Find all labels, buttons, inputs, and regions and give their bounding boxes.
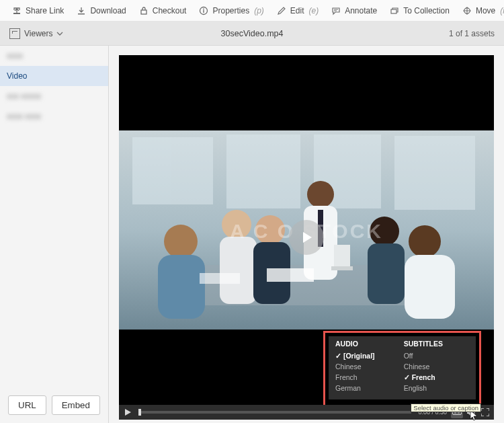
svg-rect-4 bbox=[391, 9, 396, 13]
cc-menu: AUDIO SUBTITLES [Original]OffChineseChin… bbox=[329, 336, 476, 399]
svg-rect-7 bbox=[226, 134, 300, 208]
lock-icon bbox=[138, 5, 149, 16]
svg-point-17 bbox=[307, 181, 334, 208]
embed-button[interactable]: Embed bbox=[52, 395, 100, 415]
play-button[interactable] bbox=[122, 406, 134, 418]
subtitle-option[interactable]: Off bbox=[404, 350, 472, 361]
checkout-label: Checkout bbox=[153, 6, 187, 15]
sidebar: xxxxVideoxxx xxxxxxxxx xxxx URL Embed bbox=[0, 46, 109, 423]
to-collection-button[interactable]: To Collection bbox=[383, 2, 456, 20]
edit-label: Edit bbox=[290, 6, 304, 15]
audio-option[interactable]: French bbox=[335, 372, 404, 383]
stage: A C O STOCK AUDIO SUBTITLES [Original]Of… bbox=[109, 46, 504, 423]
viewers-label: Viewers bbox=[24, 29, 52, 38]
to-collection-label: To Collection bbox=[403, 6, 450, 15]
audio-option[interactable]: Chinese bbox=[335, 361, 404, 372]
subtitles-header: SUBTITLES bbox=[404, 340, 472, 350]
svg-rect-23 bbox=[405, 255, 455, 319]
seek-bar[interactable] bbox=[138, 411, 411, 414]
svg-rect-26 bbox=[267, 268, 314, 282]
svg-rect-3 bbox=[204, 10, 204, 13]
annotate-label: Annotate bbox=[345, 6, 377, 15]
svg-rect-27 bbox=[200, 273, 240, 284]
sidebar-item[interactable]: Video bbox=[0, 66, 108, 86]
sidebar-item-label: Video bbox=[7, 71, 27, 81]
viewer-bar: Viewers 30secVideo.mp4 1 of 1 assets bbox=[0, 22, 504, 46]
move-hint: (m) bbox=[500, 6, 504, 15]
viewers-icon bbox=[9, 28, 20, 39]
page-title: 30secVideo.mp4 bbox=[221, 29, 284, 38]
url-button[interactable]: URL bbox=[8, 395, 46, 415]
asset-count: 1 of 1 assets bbox=[449, 29, 495, 38]
download-label: Download bbox=[90, 6, 126, 15]
svg-point-11 bbox=[164, 225, 198, 258]
svg-point-2 bbox=[204, 8, 205, 9]
subtitle-option[interactable]: English bbox=[404, 383, 472, 393]
share-link-button[interactable]: Share Link bbox=[5, 2, 70, 20]
svg-rect-21 bbox=[368, 243, 405, 304]
annotate-button[interactable]: Annotate bbox=[325, 2, 383, 20]
sidebar-item[interactable]: xxxx xxxx bbox=[0, 106, 108, 126]
svg-point-22 bbox=[409, 225, 441, 258]
play-overlay-button[interactable] bbox=[289, 220, 324, 255]
chevron-down-icon bbox=[56, 30, 63, 37]
comment-icon bbox=[331, 5, 341, 16]
sidebar-item-label: xxxx xxxx bbox=[7, 112, 41, 121]
sidebar-item[interactable]: xxx xxxxx bbox=[0, 86, 108, 106]
share-icon bbox=[11, 5, 22, 16]
share-link-label: Share Link bbox=[26, 6, 64, 15]
move-button[interactable]: Move (m) bbox=[456, 2, 504, 20]
cc-tooltip: Select audio or caption bbox=[411, 403, 481, 412]
seek-handle[interactable] bbox=[138, 409, 141, 416]
properties-hint: (p) bbox=[254, 6, 264, 15]
download-icon bbox=[76, 5, 87, 16]
main: xxxxVideoxxx xxxxxxxxx xxxx URL Embed bbox=[0, 46, 504, 423]
properties-button[interactable]: Properties (p) bbox=[192, 2, 269, 20]
properties-label: Properties bbox=[212, 6, 249, 15]
top-toolbar: Share Link Download Checkout Properties … bbox=[0, 0, 504, 22]
sidebar-item-label: xxx xxxxx bbox=[7, 91, 41, 101]
svg-rect-24 bbox=[334, 245, 350, 269]
subtitle-option[interactable]: French bbox=[404, 372, 472, 383]
svg-rect-12 bbox=[158, 255, 205, 319]
play-icon bbox=[299, 230, 314, 245]
audio-option[interactable]: German bbox=[335, 383, 404, 393]
viewers-dropdown[interactable]: Viewers bbox=[9, 28, 63, 39]
edit-button[interactable]: Edit (e) bbox=[270, 2, 325, 20]
svg-rect-6 bbox=[132, 137, 213, 204]
sidebar-item-label: xxxx bbox=[7, 51, 23, 61]
pencil-icon bbox=[276, 5, 287, 16]
svg-rect-25 bbox=[331, 266, 353, 270]
move-icon bbox=[462, 5, 472, 16]
video-player: A C O STOCK AUDIO SUBTITLES [Original]Of… bbox=[119, 55, 494, 420]
move-label: Move bbox=[476, 6, 495, 15]
subtitle-option[interactable]: Chinese bbox=[404, 361, 472, 372]
audio-option[interactable]: [Original] bbox=[335, 350, 404, 361]
svg-rect-9 bbox=[394, 136, 475, 210]
download-button[interactable]: Download bbox=[70, 2, 132, 20]
stack-icon bbox=[389, 5, 400, 16]
sidebar-item[interactable]: xxxx bbox=[0, 46, 108, 66]
svg-rect-14 bbox=[220, 237, 257, 304]
audio-header: AUDIO bbox=[335, 340, 404, 350]
edit-hint: (e) bbox=[309, 6, 319, 15]
cc-menu-highlight: AUDIO SUBTITLES [Original]OffChineseChin… bbox=[323, 331, 481, 415]
svg-rect-0 bbox=[141, 10, 146, 14]
checkout-button[interactable]: Checkout bbox=[132, 2, 193, 20]
info-icon bbox=[198, 5, 209, 16]
